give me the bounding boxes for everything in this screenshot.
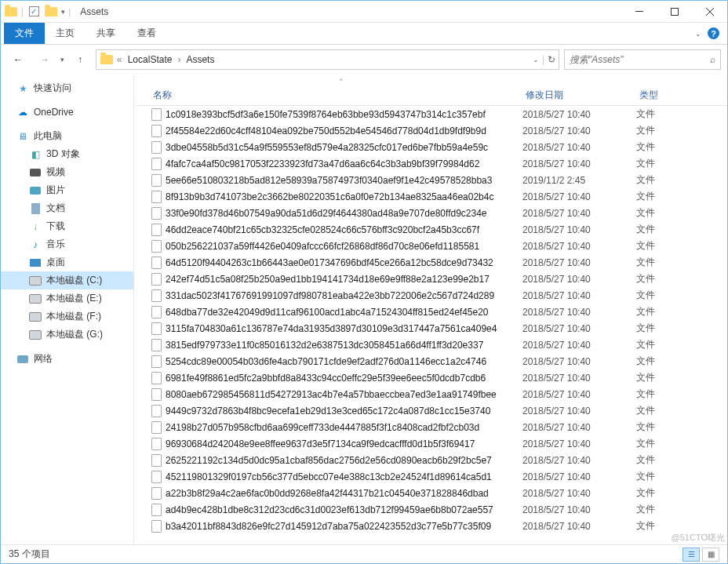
tab-view[interactable]: 查看 [126, 23, 167, 44]
nav-onedrive[interactable]: ☁OneDrive [1, 104, 133, 121]
column-date[interactable]: 修改日期 [526, 89, 639, 102]
nav-3d-objects[interactable]: ◧3D 对象 [1, 145, 133, 163]
file-type: 文件 [636, 519, 683, 533]
file-row[interactable]: 2f45584e22d60c4cff48104ea092be750d552b4e… [150, 122, 727, 139]
ribbon-expand-icon[interactable]: ⌄ [695, 30, 701, 38]
file-row[interactable]: 24198b27d057b958cfbd6aa699ceff733de44478… [150, 419, 727, 435]
file-row[interactable]: 3115fa704830a61c136787e74da31935d3897d30… [150, 320, 727, 337]
up-button[interactable]: ↑ [69, 49, 91, 71]
file-icon [150, 289, 162, 302]
nav-quick-access[interactable]: ★快速访问 [1, 79, 133, 97]
search-input[interactable] [570, 54, 710, 65]
file-icon [150, 273, 162, 286]
address-dropdown-icon[interactable]: ⌄ [533, 56, 539, 64]
qat-dropdown-icon[interactable]: ▾ [61, 8, 65, 16]
drive-icon [29, 329, 42, 341]
file-row[interactable]: 9449c9732d7863b4f8bc9ecefa1eb29d13e3ced6… [150, 402, 727, 419]
window-controls [621, 1, 727, 23]
file-row[interactable]: 3dbe04558b5d31c54a9f559553ef8d579e4a2832… [150, 139, 727, 155]
file-row[interactable]: 96930684d242048e9ee8ffee9637d3e5f7134ca9… [150, 435, 727, 452]
history-dropdown-icon[interactable]: ▾ [60, 56, 64, 64]
qat-folder-icon[interactable] [44, 5, 58, 19]
refresh-icon[interactable]: ↻ [548, 54, 555, 65]
nav-downloads[interactable]: ↓下载 [1, 217, 133, 235]
forward-button[interactable]: → [34, 49, 56, 71]
nav-videos[interactable]: 视频 [1, 163, 133, 181]
column-headers: 名称 修改日期 类型 [134, 86, 727, 106]
details-view-button[interactable]: ☰ [682, 548, 700, 562]
file-name: 5254cdc89e00054b03d6fe4acb790171cfde9ef2… [166, 356, 522, 367]
file-row[interactable]: 5ee66e510803218b5ad812e58939a75874973f03… [150, 172, 727, 188]
breadcrumb-localstate[interactable]: LocalState [126, 54, 175, 65]
file-row[interactable]: 6981fe49f8861ed5fc2a9bbfd8a8433c94cc0eff… [150, 369, 727, 386]
file-icon [150, 306, 162, 318]
nav-desktop[interactable]: 桌面 [1, 253, 133, 271]
file-icon [150, 504, 162, 516]
file-name: 2625221192c134d5d0dc95a1cbaf856dac2756d2… [166, 455, 522, 466]
icons-view-button[interactable]: ▦ [702, 548, 719, 562]
file-icon [150, 108, 162, 121]
nav-music[interactable]: ♪音乐 [1, 235, 133, 253]
file-row[interactable]: 3815edf979733e11f0c85016132d2e6387513dc3… [150, 337, 727, 353]
file-row[interactable]: b3a42011bf8843d826e9fc27d145912d7aba75a0… [150, 518, 727, 534]
properties-checkbox[interactable]: ✓ [27, 5, 41, 19]
column-name[interactable]: 名称 [153, 89, 526, 102]
help-icon[interactable]: ? [708, 27, 719, 39]
search-box[interactable]: ⌕ [564, 49, 721, 70]
file-row[interactable]: 331dac5023f41767691991097df980781eaba422… [150, 287, 727, 304]
file-row[interactable]: 8080aeb672985456811d54272913ac4b7e4a57bb… [150, 386, 727, 402]
file-row[interactable]: 33f0e90fd378d46b07549a90da51d6d29f464438… [150, 205, 727, 221]
file-row[interactable]: 1c0918e393bcf5df3a6e150fe7539f8764eb63bb… [150, 106, 727, 122]
navigation-pane: ★快速访问 ☁OneDrive 🖥此电脑 ◧3D 对象 视频 图片 文档 ↓下载… [1, 75, 134, 544]
file-icon [150, 322, 162, 335]
file-type: 文件 [636, 453, 683, 467]
qat-separator-2: | [68, 6, 71, 17]
file-date: 2018/5/27 10:40 [522, 422, 636, 433]
file-row[interactable]: 4fafc7ca4af50c9817053f2233923fd73a47d6aa… [150, 155, 727, 172]
nav-drive-c[interactable]: 本地磁盘 (C:) [1, 271, 133, 289]
breadcrumb-assets[interactable]: Assets [184, 54, 217, 65]
tab-share[interactable]: 共享 [86, 23, 126, 44]
chevron-right-icon[interactable]: › [177, 54, 180, 65]
tab-file[interactable]: 文件 [4, 23, 45, 44]
file-row[interactable]: ad4b9ec428b1dbe8c312d23cd6c31d0023ef613d… [150, 501, 727, 518]
file-row[interactable]: 5254cdc89e00054b03d6fe4acb790171cfde9ef2… [150, 353, 727, 369]
nav-drive-g[interactable]: 本地磁盘 (G:) [1, 326, 133, 344]
nav-pictures[interactable]: 图片 [1, 181, 133, 199]
file-row[interactable]: 46dd2eace740bf21c65cb32325cfe028524c66c5… [150, 221, 727, 238]
status-count: 35 个项目 [9, 548, 50, 561]
file-row[interactable]: 648dba77de32e42049d9d11caf96100acd1abc4a… [150, 304, 727, 320]
breadcrumb-folder-icon [100, 53, 114, 67]
document-icon [29, 202, 42, 215]
file-name: 1c0918e393bcf5df3a6e150fe7539f8764eb63bb… [166, 109, 522, 120]
maximize-button[interactable] [657, 1, 692, 23]
file-row[interactable]: 2625221192c134d5d0dc95a1cbaf856dac2756d2… [150, 452, 727, 468]
view-switcher: ☰ ▦ [682, 548, 719, 562]
nav-drive-f[interactable]: 本地磁盘 (F:) [1, 307, 133, 326]
file-date: 2018/5/27 10:40 [522, 208, 636, 219]
close-button[interactable] [692, 1, 727, 23]
nav-documents[interactable]: 文档 [1, 199, 133, 217]
address-bar[interactable]: « LocalState › Assets ⌄ | ↻ [96, 49, 559, 70]
file-date: 2018/5/27 10:40 [522, 307, 636, 318]
column-type[interactable]: 类型 [639, 89, 686, 102]
file-date: 2018/5/27 10:40 [522, 438, 636, 449]
nav-network[interactable]: 网络 [1, 350, 133, 368]
file-row[interactable]: 050b256221037a59ff4426e0409afccc66fcf268… [150, 238, 727, 254]
search-icon[interactable]: ⌕ [710, 54, 715, 65]
file-row[interactable]: 242ef74d51c5a08f25b250a9ed1bb194141734d1… [150, 271, 727, 287]
file-name: 24198b27d057b958cfbd6aa699ceff733de44478… [166, 422, 522, 433]
file-name: 64d5120f94404263c1b66443ae0e017347696bdf… [166, 257, 522, 268]
file-type: 文件 [636, 272, 683, 286]
nav-drive-e[interactable]: 本地磁盘 (E:) [1, 289, 133, 307]
file-row[interactable]: 452119801329f0197cb56c377d5ebcc07e4e388c… [150, 468, 727, 485]
file-row[interactable]: 8f913b9b3d741073be2c3662be80220351c6a0f0… [150, 188, 727, 205]
tab-home[interactable]: 主页 [45, 23, 86, 44]
file-row[interactable]: 64d5120f94404263c1b66443ae0e017347696bdf… [150, 254, 727, 271]
file-icon [150, 191, 162, 203]
file-row[interactable]: a22b3b8f29a4c2ae6fac0b0dd9268e8fa42f4431… [150, 485, 727, 501]
nav-this-pc[interactable]: 🖥此电脑 [1, 127, 133, 145]
back-button[interactable]: ← [7, 49, 29, 71]
file-list[interactable]: 1c0918e393bcf5df3a6e150fe7539f8764eb63bb… [134, 106, 727, 544]
minimize-button[interactable] [621, 1, 657, 23]
